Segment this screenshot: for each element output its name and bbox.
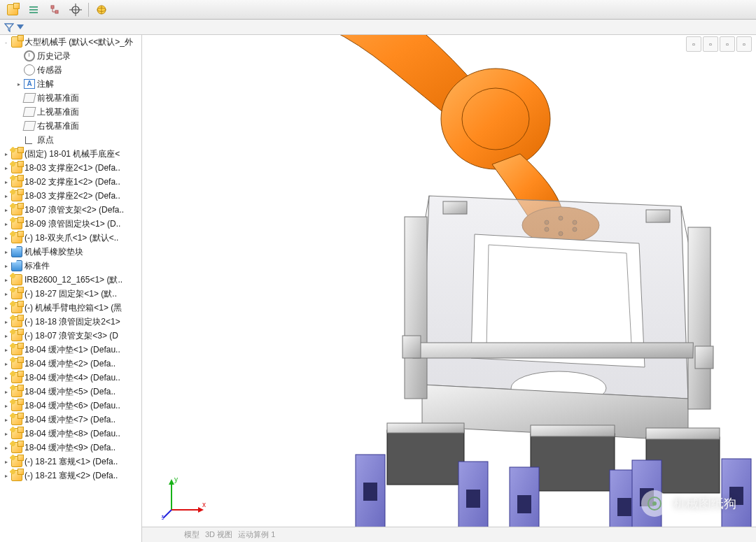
tree-expander[interactable]: ▸ [3, 277, 9, 283]
tree-node[interactable]: 前视基准面 [0, 91, 141, 105]
tree-node[interactable]: ▸18-04 缓冲垫<7> (Defa.. [0, 413, 141, 427]
tree-node[interactable]: ▸18-04 缓冲垫<8> (Defau.. [0, 427, 141, 441]
watermark-logo [641, 490, 668, 517]
tree-node[interactable]: ▸18-04 缓冲垫<5> (Defa.. [0, 385, 141, 399]
edit-pencil-icon [10, 147, 17, 154]
tree-expander[interactable]: ▸ [3, 347, 9, 353]
tree-expander[interactable]: ▸ [3, 193, 9, 199]
tree-node[interactable]: ▸(固定) 18-01 机械手底座< [0, 147, 141, 161]
tree-expander[interactable]: ▸ [3, 459, 9, 465]
tree-node[interactable]: 历史记录 [0, 49, 141, 63]
tree-expander[interactable] [15, 53, 22, 59]
tree-node-label: 18-04 缓冲垫<5> (Defa.. [24, 386, 115, 398]
sensor-icon [24, 64, 35, 76]
tree-expander[interactable]: ▸ [3, 207, 9, 213]
tree-node[interactable]: ▸IRB2600_12_165<1> (默.. [0, 273, 141, 287]
feature-tree[interactable]: -大型机械手 (默认<<默认>_外历史记录传感器▸A注解前视基准面上视基准面右视… [0, 35, 141, 542]
tree-node[interactable]: ▸(-) 18-21 塞规<2> (Defa.. [0, 469, 141, 483]
tree-expander[interactable]: - [3, 39, 9, 45]
tree-expander[interactable] [15, 123, 22, 129]
tree-expander[interactable] [15, 67, 22, 73]
tree-expander[interactable]: ▸ [3, 417, 9, 423]
svg-rect-29 [531, 434, 615, 491]
tree-expander[interactable]: ▸ [3, 165, 9, 171]
toolbar-btn-assembly[interactable] [3, 1, 22, 18]
tree-node[interactable]: ▸18-07 浪管支架<2> (Defa.. [0, 203, 141, 217]
tree-node[interactable]: ▸18-02 支撑座1<2> (Defa.. [0, 175, 141, 189]
assembly-icon [7, 4, 18, 15]
toolbar-btn-list[interactable] [24, 1, 43, 18]
feature-tree-panel: -大型机械手 (默认<<默认>_外历史记录传感器▸A注解前视基准面上视基准面右视… [0, 35, 142, 542]
tree-expander[interactable]: ▸ [3, 305, 9, 311]
tree-node[interactable]: ▸18-04 缓冲垫<9> (Defa.. [0, 441, 141, 455]
tree-node-label: 18-09 浪管固定块<1> (D.. [24, 218, 120, 230]
tab-motion[interactable]: 运动算例 1 [238, 529, 275, 540]
tree-node[interactable]: ▸18-03 支撑座2<1> (Defa.. [0, 161, 141, 175]
tree-expander[interactable]: ▸ [3, 445, 9, 451]
edit-pencil-icon [10, 189, 17, 196]
svg-rect-32 [646, 428, 720, 439]
tree-node[interactable]: ▸(-) 18-07 浪管支架<3> (D [0, 329, 141, 343]
tree-expander[interactable]: ▸ [3, 291, 9, 297]
tree-node[interactable]: ▸18-09 浪管固定块<1> (D.. [0, 217, 141, 231]
tree-node[interactable]: ▸(-) 18-21 塞规<1> (Defa.. [0, 455, 141, 469]
tree-node[interactable]: ▸18-04 缓冲垫<1> (Defau.. [0, 343, 141, 357]
svg-point-51 [652, 501, 657, 506]
tree-node[interactable]: ▸18-04 缓冲垫<4> (Defau.. [0, 371, 141, 385]
tree-expander[interactable] [15, 137, 22, 143]
tree-node[interactable]: 右视基准面 [0, 119, 141, 133]
tree-node[interactable]: ▸机械手橡胶垫块 [0, 245, 141, 259]
tree-node-label: 18-02 支撑座1<2> (Defa.. [24, 176, 120, 188]
tree-expander[interactable]: ▸ [3, 361, 9, 367]
tree-node-label: (-) 18-双夹爪<1> (默认<.. [24, 232, 118, 244]
tree-node[interactable]: ▸(-) 18-27 固定架<1> (默.. [0, 287, 141, 301]
triad-x-label: x [202, 501, 206, 508]
tree-node[interactable]: 上视基准面 [0, 105, 141, 119]
tree-expander[interactable]: ▸ [3, 473, 9, 479]
tree-root-node[interactable]: -大型机械手 (默认<<默认>_外 [0, 35, 141, 49]
tab-3dview[interactable]: 3D 视图 [205, 529, 232, 540]
tree-node[interactable]: ▸18-04 缓冲垫<2> (Defa.. [0, 357, 141, 371]
tree-expander[interactable]: ▸ [3, 403, 9, 409]
tree-node-label: 18-04 缓冲垫<7> (Defa.. [24, 414, 115, 426]
tree-node[interactable]: ▸(-) 18-双夹爪<1> (默认<.. [0, 231, 141, 245]
assembly-icon [11, 456, 22, 467]
tree-expander[interactable]: ▸ [3, 389, 9, 395]
tree-expander[interactable] [15, 95, 22, 101]
tree-node[interactable]: ▸18-03 支撑座2<2> (Defa.. [0, 189, 141, 203]
assembly-icon [11, 470, 22, 481]
tree-expander[interactable]: ▸ [3, 179, 9, 185]
tree-expander[interactable]: ▸ [3, 235, 9, 241]
plane-icon [23, 107, 36, 117]
assembly-icon [11, 344, 22, 355]
tree-expander[interactable]: ▸ [3, 319, 9, 325]
filter-funnel-icon[interactable] [4, 22, 14, 32]
tree-expander[interactable]: ▸ [3, 151, 9, 157]
tree-node[interactable]: ▸(-) 机械手臂电控箱<1> (黑 [0, 301, 141, 315]
tree-node[interactable]: ▸18-04 缓冲垫<6> (Defau.. [0, 399, 141, 413]
tree-expander[interactable]: ▸ [3, 221, 9, 227]
3d-viewport[interactable]: ▫ ▫ ▫ ▫ [142, 35, 756, 542]
tree-node[interactable]: 原点 [0, 133, 141, 147]
edit-pencil-icon [10, 441, 17, 448]
tree-node[interactable]: ▸标准件 [0, 259, 141, 273]
tab-model[interactable]: 模型 [184, 529, 200, 540]
svg-line-49 [163, 510, 172, 518]
svg-rect-0 [29, 6, 38, 8]
tree-expander[interactable]: ▸ [3, 431, 9, 437]
toolbar-btn-target[interactable] [66, 1, 85, 18]
assembly-icon [11, 372, 22, 383]
tree-node[interactable]: 传感器 [0, 63, 141, 77]
tree-node[interactable]: ▸(-) 18-18 浪管固定块2<1> [0, 315, 141, 329]
tree-expander[interactable] [15, 109, 22, 115]
toolbar-btn-appearance[interactable] [92, 1, 111, 18]
tree-expander[interactable]: ▸ [15, 81, 22, 87]
tree-expander[interactable]: ▸ [3, 375, 9, 381]
toolbar-btn-tree[interactable] [45, 1, 64, 18]
tree-expander[interactable]: ▸ [3, 249, 9, 255]
tree-expander[interactable]: ▸ [3, 333, 9, 339]
tree-node[interactable]: ▸A注解 [0, 77, 141, 91]
filter-dropdown-icon[interactable] [17, 24, 24, 29]
tree-expander[interactable]: ▸ [3, 263, 9, 269]
view-triad[interactable]: y x z [162, 471, 212, 521]
